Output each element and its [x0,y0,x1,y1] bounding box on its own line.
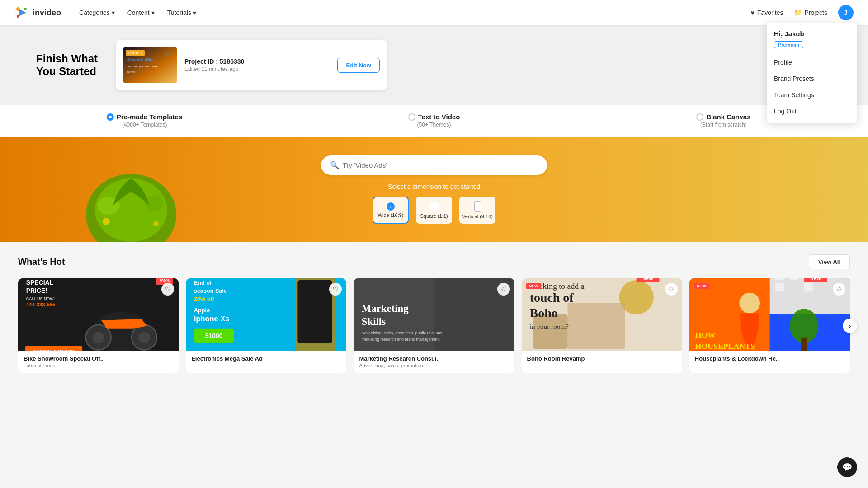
svg-text:Boho: Boho [529,306,557,320]
search-bar: 🔍 [321,155,547,175]
dimension-square-button[interactable]: Square (1:1) [416,197,452,224]
user-dropdown-menu: Hi, Jakub Premium Profile Brand Presets … [767,23,857,123]
tab-sublabel-text-to-video: (50+ Themes) [289,122,578,128]
draft-badge: DRAFT [126,50,145,56]
svg-text:stronę: stronę [127,70,135,73]
svg-point-2 [16,7,20,11]
tab-sublabel-premade: (4000+ Templates) [0,122,289,128]
vertical-icon [474,201,481,212]
card-new-badge-5: NEW [694,283,709,289]
svg-text:NEW: NEW [642,278,653,281]
edit-now-button[interactable]: Edit Now [337,58,380,73]
dimension-buttons: ✓ Wide (16:9) Square (1:1) Vertical (9:1… [0,197,868,224]
nav-right: ♥ Favorites 📁 Projects J [751,5,854,20]
brand-logo[interactable]: invideo [14,5,61,20]
whats-hot-section: What's Hot View All SPECIAL PRICE! [0,242,868,385]
card-subtitle-1: Fahrical Frees... [24,363,173,368]
search-input[interactable] [343,161,538,169]
dropdown-profile[interactable]: Profile [767,54,857,70]
svg-point-22 [93,332,104,343]
card-thumbnail-4: Looking to add a touch of Boho in your r… [522,278,682,351]
svg-point-23 [138,332,150,343]
svg-rect-39 [298,280,332,343]
card-info-2: Electronics Mega Sale Ad [186,351,346,366]
svg-text:Advertising, sales, promotion,: Advertising, sales, promotion, public re… [362,331,443,335]
card-thumbnail-2: End of season Sale 20% off Apple Iphone … [186,278,346,351]
svg-text:200%: 200% [159,278,170,283]
svg-point-66 [739,293,760,314]
svg-text:End of: End of [194,280,212,286]
carousel-next-button[interactable]: › [843,319,857,333]
svg-text:$1000: $1000 [205,332,223,339]
dropdown-header: Hi, Jakub Premium [767,30,857,54]
card-heart-4[interactable]: ♡ [665,283,678,296]
dimension-wide-label: Wide (16:9) [378,212,404,218]
search-icon: 🔍 [330,161,339,169]
svg-text:Skills: Skills [362,316,386,327]
card-title-4: Boho Room Revamp [527,355,677,362]
svg-text:marketing research and brand m: marketing research and brand management. [362,337,441,342]
nav-categories[interactable]: Categories ▾ [79,9,115,16]
card-heart-3[interactable]: ♡ [497,283,510,296]
svg-text:PRICE!: PRICE! [26,287,47,294]
logo-text: invideo [33,8,61,18]
svg-rect-50 [567,303,625,349]
premium-badge: Premium [774,41,803,48]
chat-support-button[interactable]: 💬 [837,457,857,477]
tab-premade-templates[interactable]: Pre-made Templates (4000+ Templates) [0,105,289,137]
svg-rect-64 [775,283,784,291]
card-marketing: Marketing Skills Advertising, sales, pro… [354,278,514,373]
card-heart-5[interactable]: ♡ [833,283,845,296]
search-section: 🔍 Select a dimension to get started ✓ Wi… [0,137,868,242]
svg-text:touch of: touch of [529,291,574,305]
card-new-badge-4: NEW [526,283,541,289]
svg-text:Iphone Xs: Iphone Xs [194,314,230,323]
svg-text:in your room?: in your room? [529,323,568,330]
svg-rect-68 [801,338,807,351]
chevron-down-icon: ▾ [193,9,196,16]
view-all-button[interactable]: View All [809,254,850,269]
chevron-down-icon: ▾ [151,9,155,16]
svg-text:CAPITAL MOTORS: CAPITAL MOTORS [33,349,74,351]
creation-tabs: Pre-made Templates (4000+ Templates) Tex… [0,105,868,137]
nav-projects-button[interactable]: 📁 Projects [794,9,827,16]
dimension-wide-button[interactable]: ✓ Wide (16:9) [373,197,409,224]
dimension-vertical-button[interactable]: Vertical (9:16) [459,197,495,224]
tab-text-to-video[interactable]: Text to Video (50+ Themes) [289,105,579,137]
dropdown-brand-presets[interactable]: Brand Presets [767,70,857,87]
svg-point-3 [24,8,27,10]
draft-project-id: Project ID : 5186330 [184,58,330,65]
dimension-square-label: Square (1:1) [420,213,448,219]
svg-text:CALL US NOW!: CALL US NOW! [26,296,55,301]
square-icon [429,202,439,211]
svg-text:444-333-555: 444-333-555 [26,302,56,307]
nav-content[interactable]: Content ▾ [127,9,155,16]
nav-favorites-button[interactable]: ♥ Favorites [751,9,783,16]
chat-icon: 💬 [842,462,852,472]
hero-section: Finish What You Started DRAFT Google Ana… [0,25,868,105]
heart-icon: ♥ [751,9,755,16]
tab-radio-premade [107,113,114,121]
dimension-prompt: Select a dimension to get started [0,183,868,190]
svg-rect-62 [790,278,798,280]
card-electronics: End of season Sale 20% off Apple Iphone … [186,278,346,373]
card-title-5: Houseplants & Lockdown He.. [695,355,844,362]
svg-rect-61 [775,278,784,280]
card-heart-1[interactable]: ♡ [161,283,174,296]
dropdown-logout[interactable]: Log Out [767,103,857,119]
user-avatar[interactable]: J [838,5,854,20]
dimension-vertical-label: Vertical (9:16) [462,214,493,219]
draft-thumbnail: DRAFT Google Analytics Jak założyć konto… [123,47,177,83]
draft-card: DRAFT Google Analytics Jak założyć konto… [116,40,387,90]
svg-rect-65 [804,283,813,291]
dropdown-team-settings[interactable]: Team Settings [767,87,857,103]
chevron-down-icon: ▾ [112,9,115,16]
svg-text:Marketing: Marketing [362,303,409,314]
card-info-1: Bike Showroom Special Off.. Fahrical Fre… [18,351,179,373]
nav-tutorials[interactable]: Tutorials ▾ [167,9,196,16]
tab-radio-blank-canvas [696,113,703,121]
card-subtitle-3: Advertising, sales, promotion... [359,363,509,368]
tab-label-premade: Pre-made Templates [117,113,183,121]
whats-hot-title: What's Hot [18,257,65,267]
card-bike-showroom: SPECIAL PRICE! CAPITAL MOTORS CALL US NO… [18,278,179,373]
